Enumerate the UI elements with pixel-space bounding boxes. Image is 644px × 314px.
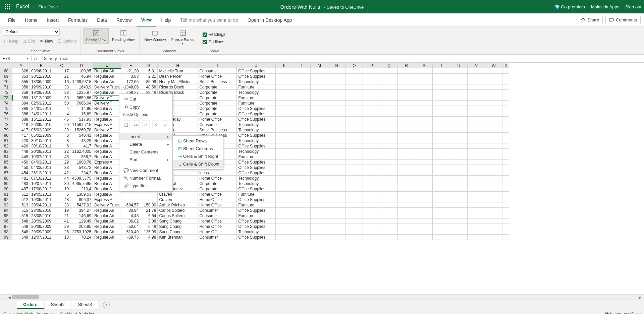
cell[interactable] [398, 154, 415, 160]
cell[interactable] [398, 79, 415, 84]
col-header-H[interactable]: H [158, 63, 198, 68]
cell[interactable] [363, 74, 380, 79]
cell[interactable] [398, 133, 415, 138]
cell[interactable] [311, 197, 328, 202]
cell[interactable] [450, 95, 468, 101]
cell[interactable]: 548 [12, 218, 30, 224]
cell[interactable] [398, 117, 415, 122]
row-header[interactable]: 95 [0, 213, 12, 218]
cell[interactable] [415, 186, 433, 192]
cell[interactable]: Home Office [198, 176, 237, 181]
cell[interactable] [485, 84, 502, 90]
app-launcher-icon[interactable] [5, 4, 10, 9]
cell[interactable]: 41,7 [70, 143, 93, 149]
cell[interactable] [468, 74, 485, 79]
cell[interactable]: Delivery T [93, 95, 121, 101]
cell[interactable] [276, 149, 293, 154]
cell[interactable] [485, 79, 502, 84]
col-header-O[interactable]: O [345, 63, 363, 68]
cell[interactable]: 512 [12, 197, 30, 202]
cell[interactable] [380, 122, 398, 127]
row-header[interactable]: 68 [0, 68, 12, 74]
cell[interactable]: 3 [53, 133, 70, 138]
cell[interactable] [398, 165, 415, 170]
cell[interactable] [502, 84, 509, 90]
cell[interactable] [433, 111, 450, 117]
cell[interactable] [328, 213, 345, 218]
cell[interactable]: -21,30 [121, 68, 140, 74]
cell[interactable] [380, 138, 398, 143]
sign-out-button[interactable]: Sign out [625, 4, 641, 9]
cell[interactable] [433, 181, 450, 186]
cell[interactable] [433, 95, 450, 101]
cell[interactable]: 45 [53, 154, 70, 160]
cell[interactable] [468, 111, 485, 117]
cell[interactable] [450, 181, 468, 186]
cell[interactable]: Regular A [93, 186, 121, 192]
cell[interactable]: 16 [53, 79, 70, 84]
row-header[interactable]: 81 [0, 138, 12, 143]
cell[interactable] [485, 95, 502, 101]
cell[interactable]: 18/12/2009 [30, 95, 53, 101]
cell[interactable] [276, 202, 293, 208]
cell[interactable]: 1239,6315 [70, 79, 93, 84]
cell[interactable] [293, 235, 311, 240]
cell[interactable]: 41 [53, 218, 70, 224]
col-header-I[interactable]: I [198, 63, 237, 68]
cell[interactable] [415, 218, 433, 224]
cell[interactable] [468, 90, 485, 95]
cell[interactable] [363, 154, 380, 160]
cell[interactable] [415, 224, 433, 229]
cell[interactable] [485, 143, 502, 149]
cell[interactable] [363, 149, 380, 154]
cell[interactable]: Arthur Prichep [158, 202, 198, 208]
cell[interactable]: 03/06/2011 [30, 68, 53, 74]
cell[interactable] [328, 133, 345, 138]
cell[interactable] [276, 101, 293, 106]
cell[interactable]: Office Supplies [237, 208, 276, 213]
cell[interactable] [276, 218, 293, 224]
cell[interactable] [433, 235, 450, 240]
cell[interactable]: Corporate [198, 90, 237, 95]
cell[interactable] [468, 106, 485, 111]
cell[interactable] [485, 197, 502, 202]
cell[interactable] [363, 165, 380, 170]
cell[interactable]: Sung Chung [158, 224, 198, 229]
scroll-left-icon[interactable]: ◀ [7, 295, 12, 300]
cell[interactable]: Carlos Soltero [158, 208, 198, 213]
cell[interactable] [276, 106, 293, 111]
cell[interactable] [502, 111, 509, 117]
cell[interactable] [276, 154, 293, 160]
tab-help[interactable]: Help [156, 13, 175, 26]
cell[interactable]: 28/08/2010 [30, 208, 53, 213]
cell[interactable] [345, 117, 363, 122]
cell[interactable] [468, 197, 485, 202]
cell[interactable] [502, 122, 509, 127]
cell[interactable] [363, 127, 380, 133]
cell[interactable] [450, 84, 468, 90]
cell[interactable] [363, 106, 380, 111]
cell[interactable] [363, 138, 380, 143]
cell[interactable] [433, 213, 450, 218]
horizontal-scrollbar[interactable]: ◀ ▶ [0, 294, 644, 300]
row-header[interactable]: 78 [0, 122, 12, 127]
cell[interactable] [502, 181, 509, 186]
cell[interactable]: -59,75 [121, 235, 140, 240]
cell[interactable]: 4509,3775 [70, 176, 93, 181]
cell[interactable] [398, 229, 415, 235]
cell[interactable]: Regular A [93, 176, 121, 181]
cell[interactable]: 1235,87 [70, 90, 93, 95]
cell[interactable] [468, 79, 485, 84]
cell[interactable] [468, 235, 485, 240]
cell[interactable] [485, 133, 502, 138]
cell[interactable] [485, 74, 502, 79]
cell[interactable] [345, 218, 363, 224]
cell[interactable]: -172,55 [121, 79, 140, 84]
cell[interactable]: Delivery T [93, 127, 121, 133]
cell[interactable] [485, 208, 502, 213]
cell[interactable]: 29 [53, 224, 70, 229]
cell[interactable] [450, 133, 468, 138]
cell[interactable] [311, 170, 328, 176]
cell[interactable] [311, 181, 328, 186]
cell[interactable] [398, 197, 415, 202]
